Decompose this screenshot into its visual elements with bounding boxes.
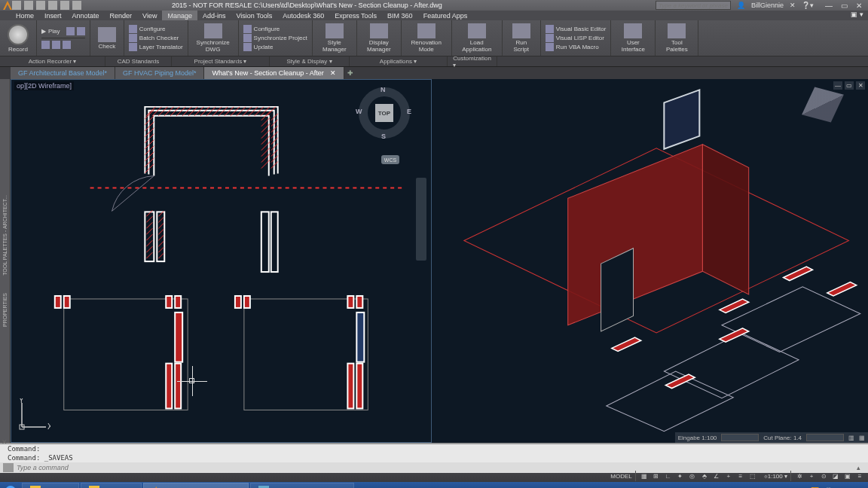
load-app-button[interactable]: Load Application bbox=[457, 22, 497, 54]
close-tab-icon[interactable]: ✕ bbox=[330, 69, 336, 77]
signin-icon[interactable]: 👤 bbox=[737, 2, 745, 9]
tab-addins[interactable]: Add-ins bbox=[197, 11, 231, 20]
elevation-scale-input[interactable] bbox=[721, 434, 759, 441]
svg-rect-53 bbox=[261, 212, 269, 272]
play-button[interactable]: ▶Play bbox=[41, 27, 85, 35]
anno-scale[interactable]: ⟐ 1:100 ▾ bbox=[761, 471, 791, 481]
right-viewport[interactable]: — ▭ ✕ bbox=[433, 79, 868, 443]
doc-tab-3[interactable]: What's New - Section Cleanup - After✕ bbox=[204, 67, 344, 79]
configure2-button[interactable]: Configure bbox=[243, 25, 307, 33]
polar-toggle[interactable]: ✦ bbox=[675, 471, 686, 481]
tab-autodesk360[interactable]: Autodesk 360 bbox=[277, 11, 329, 20]
cmd-prompt-icon bbox=[3, 463, 14, 472]
tab-visiontools[interactable]: Vision Tools bbox=[231, 11, 278, 20]
cmdline-close-icon[interactable]: ✕ bbox=[2, 438, 8, 446]
restore-button[interactable]: ▭ bbox=[838, 1, 850, 10]
tab-render[interactable]: Render bbox=[105, 11, 138, 20]
dyn-toggle[interactable]: + bbox=[723, 471, 734, 481]
cutplane-input[interactable] bbox=[806, 434, 844, 441]
sync-project-button[interactable]: Synchronize Project bbox=[243, 34, 307, 42]
vb-editor-button[interactable]: Visual Basic Editor bbox=[546, 25, 607, 33]
tab-manage[interactable]: Manage bbox=[162, 11, 197, 20]
cleanscreen-icon[interactable]: ▣ bbox=[842, 471, 853, 481]
tool-palettes-bar[interactable]: TOOL PALETTES - ARCHITECT... bbox=[2, 189, 8, 282]
cmd-history-line2: Command: _SAVEAS bbox=[0, 453, 868, 462]
qat-undo-icon[interactable] bbox=[48, 1, 57, 10]
otrack-toggle[interactable]: ∠ bbox=[711, 471, 722, 481]
tab-home[interactable]: Home bbox=[11, 11, 39, 20]
renovation-mode-button[interactable]: Renovation Mode bbox=[406, 22, 447, 54]
close-button[interactable]: ✕ bbox=[853, 1, 865, 10]
taskbar-item-2[interactable]: Partitions bbox=[81, 483, 142, 488]
check-button[interactable]: Check bbox=[95, 26, 119, 51]
cutplane-label: Cut Plane: 1.4 bbox=[763, 435, 802, 441]
style-manager-button[interactable]: Style Manager bbox=[317, 22, 352, 54]
ribbon-expand-icon[interactable]: ▣ ▾ bbox=[846, 11, 868, 20]
model-space-button[interactable]: MODEL bbox=[607, 471, 635, 481]
properties-bar[interactable]: PROPERTIES bbox=[2, 287, 8, 333]
ortho-toggle[interactable]: ∟ bbox=[663, 471, 674, 481]
configure-button[interactable]: Configure bbox=[129, 25, 183, 33]
run-script-button[interactable]: Run Script bbox=[507, 22, 536, 54]
qat-open-icon[interactable] bbox=[24, 1, 33, 10]
vba-macro-button[interactable]: Run VBA Macro bbox=[546, 43, 607, 51]
svg-line-65 bbox=[158, 223, 164, 228]
taskbar-item-3[interactable]: AutoCAD MEP 2015 ... bbox=[143, 483, 249, 488]
tab-featuredapps[interactable]: Featured Apps bbox=[418, 11, 473, 20]
exchange-icon[interactable]: ✕ bbox=[790, 2, 796, 9]
sync-dwg-button[interactable]: Synchronize DWG bbox=[193, 22, 234, 54]
lisp-editor-button[interactable]: Visual LISP Editor bbox=[546, 34, 607, 42]
panel-action-recorder[interactable]: Action Recorder ▾ bbox=[0, 56, 105, 66]
cutplane-toggle-icon[interactable]: ▥ bbox=[848, 435, 854, 441]
layer-translator-button[interactable]: Layer Translator bbox=[129, 43, 183, 51]
minimize-button[interactable]: — bbox=[823, 1, 835, 10]
hwacc-icon[interactable]: ⊙ bbox=[818, 471, 829, 481]
3dosnap-toggle[interactable]: ⬘ bbox=[699, 471, 710, 481]
qat-new-icon[interactable] bbox=[12, 1, 21, 10]
user-name[interactable]: BillGiennie bbox=[751, 2, 784, 9]
tpy-toggle[interactable]: ⬚ bbox=[747, 471, 758, 481]
left-viewport[interactable]: op][2D Wireframe] bbox=[11, 79, 432, 443]
svg-rect-81 bbox=[244, 296, 250, 308]
new-tab-button[interactable]: ✚ bbox=[344, 67, 356, 79]
tab-bim360[interactable]: BIM 360 bbox=[382, 11, 418, 20]
doc-tab-2[interactable]: GF HVAC Piping Model* bbox=[115, 67, 204, 79]
ws-switch-icon[interactable]: ✲ bbox=[794, 471, 805, 481]
taskbar-item-4[interactable]: System Import.bmp ... bbox=[250, 483, 354, 488]
grid-toggle[interactable]: ▦ bbox=[639, 471, 649, 481]
cui-button[interactable]: User Interface bbox=[616, 22, 650, 54]
tab-annotate[interactable]: Annotate bbox=[67, 11, 105, 20]
qat-redo-icon[interactable] bbox=[60, 1, 69, 10]
tab-view[interactable]: View bbox=[137, 11, 162, 20]
panel-customization[interactable]: Customization ▾ bbox=[448, 56, 497, 66]
panel-applications[interactable]: Applications ▾ bbox=[350, 56, 448, 66]
lwt-toggle[interactable]: ≡ bbox=[735, 471, 746, 481]
qat-save-icon[interactable] bbox=[36, 1, 45, 10]
tab-insert[interactable]: Insert bbox=[39, 11, 67, 20]
help-icon[interactable]: ❔▾ bbox=[802, 2, 814, 9]
isolate-icon[interactable]: ◪ bbox=[830, 471, 841, 481]
doc-tab-1[interactable]: GF Architectural Base Model* bbox=[11, 67, 115, 79]
section-toggle-icon[interactable]: ▦ bbox=[859, 435, 865, 441]
snap-toggle[interactable]: ⊞ bbox=[651, 471, 662, 481]
update-button[interactable]: Update bbox=[243, 43, 307, 51]
display-manager-button[interactable]: Display Manager bbox=[362, 22, 396, 54]
batch-checker-button[interactable]: Batch Checker bbox=[129, 34, 183, 42]
infocenter-search[interactable] bbox=[656, 1, 731, 10]
tab-expresstools[interactable]: Express Tools bbox=[329, 11, 382, 20]
viewcube[interactable]: TOP NSEW bbox=[359, 87, 410, 139]
start-button[interactable] bbox=[0, 482, 21, 488]
tool-palettes-button[interactable]: Tool Palettes bbox=[660, 22, 693, 54]
qat-print-icon[interactable] bbox=[72, 1, 81, 10]
record-button[interactable]: Record bbox=[5, 23, 32, 54]
custom-icon[interactable]: ≡ bbox=[854, 471, 865, 481]
panel-style-display[interactable]: Style & Display ▾ bbox=[270, 56, 350, 66]
svg-line-64 bbox=[158, 217, 164, 222]
navigation-bar[interactable] bbox=[416, 178, 426, 261]
anno-monitor-icon[interactable]: + bbox=[806, 471, 817, 481]
osnap-toggle[interactable]: ◎ bbox=[687, 471, 698, 481]
panel-cad-standards[interactable]: CAD Standards bbox=[105, 56, 172, 66]
taskbar-item-1[interactable]: Imperial bbox=[22, 483, 79, 488]
panel-project-standards[interactable]: Project Standards ▾ bbox=[172, 56, 270, 66]
wcs-badge[interactable]: WCS bbox=[381, 155, 399, 164]
